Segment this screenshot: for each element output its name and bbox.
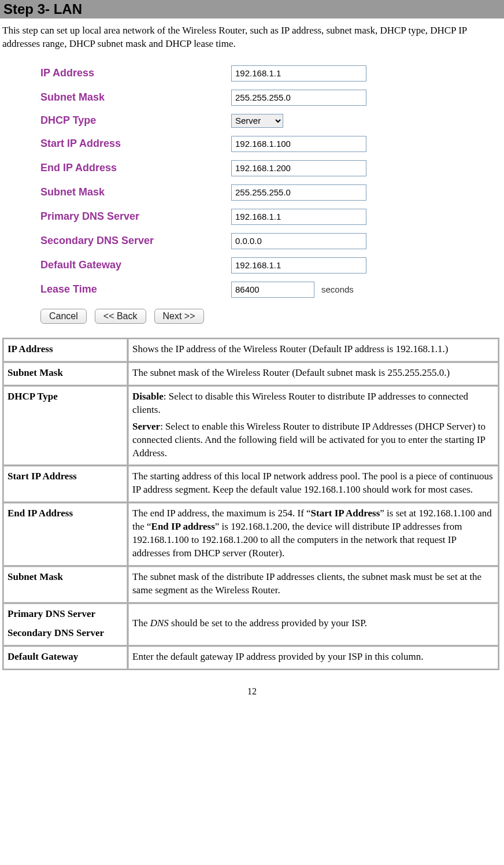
row-end-ip: End IP Address [40, 156, 457, 180]
input-secondary-dns[interactable] [231, 233, 366, 249]
label-default-gateway: Default Gateway [40, 259, 231, 271]
input-ip-address[interactable] [231, 65, 366, 82]
cell-label-secondary-dns: Secondary DNS Server [8, 627, 123, 640]
table-row: IP Address Shows the IP address of the W… [3, 339, 498, 361]
input-subnet-mask-2[interactable] [231, 184, 366, 201]
label-subnet-mask: Subnet Mask [40, 91, 231, 103]
cell-desc: Enter the default gateway IP address pro… [128, 646, 498, 669]
dhcp-disable-label: Disable [132, 391, 164, 402]
cell-desc: The subnet mask of the Wireless Router (… [128, 363, 498, 385]
endip-p1: The end IP address, the maximum is 254. … [132, 508, 311, 519]
input-subnet-mask[interactable] [231, 90, 366, 106]
cell-label: Start IP Address [3, 466, 127, 502]
label-ip-address: IP Address [40, 67, 231, 79]
cell-desc: The starting address of this local IP ne… [128, 466, 498, 502]
cell-label: Subnet Mask [3, 567, 127, 602]
label-start-ip: Start IP Address [40, 138, 231, 150]
cell-label: Default Gateway [3, 646, 127, 669]
input-default-gateway[interactable] [231, 257, 366, 273]
endip-b1: Start IP Address [311, 508, 380, 519]
table-row: Start IP Address The starting address of… [3, 466, 498, 502]
table-row: DHCP Type Disable: Select to disable thi… [3, 386, 498, 465]
row-secondary-dns: Secondary DNS Server [40, 229, 457, 253]
lan-settings-form: IP Address Subnet Mask DHCP Type Server … [40, 61, 457, 327]
cell-label-dns: Primary DNS Server Secondary DNS Server [3, 604, 127, 645]
row-primary-dns: Primary DNS Server [40, 205, 457, 229]
row-lease-time: Lease Time seconds [40, 278, 457, 302]
next-button[interactable]: Next >> [154, 309, 204, 324]
row-ip-address: IP Address [40, 61, 457, 86]
label-secondary-dns: Secondary DNS Server [40, 235, 231, 247]
button-row: Cancel << Back Next >> [40, 302, 457, 327]
table-row: Default Gateway Enter the default gatewa… [3, 646, 498, 669]
cell-label: DHCP Type [3, 386, 127, 465]
table-row: End IP Address The end IP address, the m… [3, 503, 498, 565]
cell-desc: The DNS should be set to the address pro… [128, 604, 498, 645]
row-subnet-mask: Subnet Mask [40, 86, 457, 110]
table-row: Primary DNS Server Secondary DNS Server … [3, 604, 498, 645]
dhcp-server-text: : Select to enable this Wireless Router … [132, 421, 486, 459]
page-title: Step 3- LAN [0, 0, 504, 19]
label-end-ip: End IP Address [40, 162, 231, 174]
table-row: Subnet Mask The subnet mask of the Wirel… [3, 363, 498, 385]
cell-desc: The end IP address, the maximum is 254. … [128, 503, 498, 565]
table-row: Subnet Mask The subnet mask of the distr… [3, 567, 498, 602]
cancel-button[interactable]: Cancel [40, 309, 87, 324]
label-lease-time: Lease Time [40, 283, 231, 295]
endip-b2: End IP address [151, 521, 215, 532]
row-dhcp-type: DHCP Type Server [40, 110, 457, 132]
page-number: 12 [0, 686, 504, 703]
label-primary-dns: Primary DNS Server [40, 210, 231, 223]
select-dhcp-type[interactable]: Server [231, 114, 283, 128]
cell-label: Subnet Mask [3, 363, 127, 385]
input-primary-dns[interactable] [231, 209, 366, 225]
label-subnet-mask-2: Subnet Mask [40, 186, 231, 198]
cell-label: End IP Address [3, 503, 127, 565]
input-start-ip[interactable] [231, 136, 366, 152]
row-default-gateway: Default Gateway [40, 253, 457, 278]
cell-label-primary-dns: Primary DNS Server [8, 608, 123, 621]
row-start-ip: Start IP Address [40, 132, 457, 156]
dhcp-server-label: Server [132, 421, 160, 432]
input-lease-time[interactable] [231, 282, 314, 298]
dns-p1: The [132, 618, 150, 629]
cell-desc: Disable: Select to disable this Wireless… [128, 386, 498, 465]
intro-text: This step can set up local area network … [0, 19, 504, 54]
dhcp-disable-text: : Select to disable this Wireless Router… [132, 391, 468, 415]
cell-desc: Shows the IP address of the Wireless Rou… [128, 339, 498, 361]
label-dhcp-type: DHCP Type [40, 114, 231, 127]
cell-desc: The subnet mask of the distribute IP add… [128, 567, 498, 602]
cell-label: IP Address [3, 339, 127, 361]
description-table: IP Address Shows the IP address of the W… [2, 338, 499, 670]
input-end-ip[interactable] [231, 160, 366, 176]
lease-time-suffix: seconds [321, 284, 354, 294]
dns-p2: should be set to the address provided by… [169, 618, 367, 629]
back-button[interactable]: << Back [95, 309, 146, 324]
row-subnet-mask-2: Subnet Mask [40, 180, 457, 205]
dns-i1: DNS [150, 618, 169, 629]
